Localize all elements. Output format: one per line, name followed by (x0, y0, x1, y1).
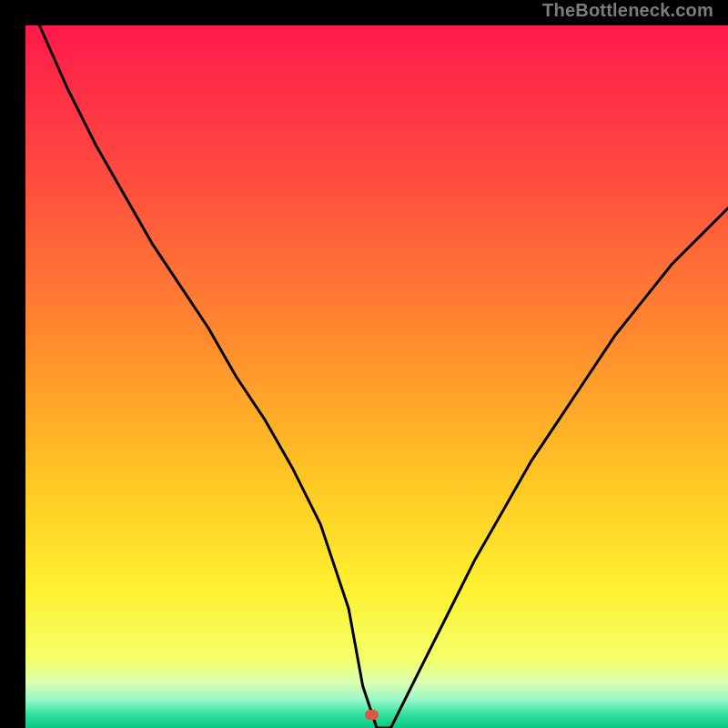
chart-frame (13, 13, 715, 715)
minimum-marker (365, 710, 379, 720)
chart-svg (25, 25, 728, 728)
watermark-text: TheBottleneck.com (542, 0, 713, 21)
plot-background (25, 25, 728, 728)
